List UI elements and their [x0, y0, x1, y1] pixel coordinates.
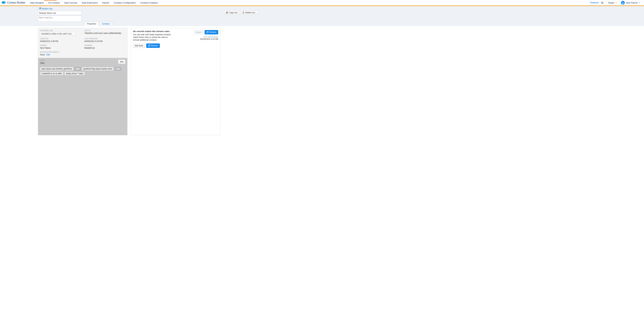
account-name: Radar	[608, 2, 614, 4]
active-tab-accent	[44, 0, 57, 1]
user-name: Nick Patrick	[626, 2, 638, 4]
external-key-label: EXTERNAL KEY	[40, 30, 81, 32]
topbar-right: Feedback 🦝 Radar ▼ Nick Patrick ▼	[590, 0, 644, 5]
salesforce-cloud-icon	[1, 1, 6, 4]
chevron-left-icon: ‹	[38, 8, 38, 10]
svg-rect-2	[39, 8, 41, 9]
svg-rect-1	[39, 8, 41, 8]
filter-type-value: Filter	[40, 62, 44, 64]
refresh-label: Refresh	[209, 31, 216, 34]
delete-list-button[interactable]: Delete List...	[240, 11, 258, 15]
created-value: 04/05/2023 2:49 PM	[40, 40, 81, 43]
copy-list-button[interactable]: Copy List	[224, 11, 239, 15]
edit-rule-button[interactable]: Edit Rule	[133, 44, 145, 48]
filter-type-block: TYPE Filter	[40, 60, 44, 64]
prop-notification-emails: NOTIFICATION EMAILS None Edit	[40, 51, 81, 56]
list-id-label: LIST ID	[84, 30, 125, 32]
detail-tab-strip: Properties Contacts	[84, 22, 296, 26]
content-row: EXTERNAL KEY 93A69ED1-55E8-474D-A9D7-613…	[38, 28, 606, 135]
prop-created: CREATED 04/05/2023 2:49 PM	[40, 38, 81, 43]
svg-rect-3	[39, 9, 41, 9]
svg-rect-8	[243, 12, 244, 12]
list-description-input[interactable]	[38, 16, 82, 22]
records-empty-message: No records match the chosen rules. You c…	[133, 30, 173, 42]
svg-rect-6	[243, 12, 244, 14]
owner-value: Nick Patrick	[40, 47, 81, 49]
filter-section: TYPE Filter Edit type equal user.entered…	[38, 58, 127, 135]
delete-list-label: Delete List...	[245, 12, 256, 14]
app-logo-section[interactable]: Contact Builder	[0, 0, 28, 5]
user-avatar-icon	[621, 1, 625, 5]
filter-condition-pill[interactable]: geofenceTag equal nearby-store	[82, 67, 114, 71]
filter-edit-button[interactable]: Edit	[118, 60, 125, 64]
refresh-button-inline[interactable]: Refresh	[146, 44, 160, 48]
filter-condition-pill[interactable]: today minus 7 days	[64, 72, 85, 75]
tab-contacts[interactable]: Contacts	[100, 22, 112, 26]
user-menu[interactable]: Nick Patrick ▼	[619, 0, 642, 5]
filter-type-label: TYPE	[40, 60, 44, 62]
breadcrumb-label: Mobile Lists	[42, 8, 52, 10]
created-label: CREATED	[40, 38, 81, 40]
page-subheader: ‹ Mobile Lists Copy List Delete List...	[0, 6, 644, 26]
filter-operator-pill: AND	[115, 67, 121, 71]
records-inline-actions: Edit Rule Refresh	[133, 44, 218, 48]
list-name-input[interactable]	[38, 11, 82, 15]
channel-label: CHANNEL	[84, 45, 125, 46]
svg-rect-4	[226, 12, 228, 14]
records-empty-title: No records match the chosen rules.	[133, 30, 173, 33]
refresh-button-top[interactable]: Refresh	[204, 30, 218, 35]
nav-tabs: Data Designer All Contacts Data Sources …	[28, 0, 160, 5]
nav-tab-data-extensions[interactable]: Data Extensions	[80, 0, 100, 5]
last-modified-value: 04/05/2023 4:20 PM	[84, 40, 125, 43]
chevron-down-icon: ▼	[615, 2, 617, 4]
filter-condition-pill[interactable]: createdAt is on or after	[40, 72, 64, 75]
records-empty-body: You can wait until newly imported contac…	[133, 33, 173, 42]
notification-emails-label: NOTIFICATION EMAILS	[40, 51, 81, 53]
list-id-value: 794ef281-e2d3-ed11-ba41-d4f5ef3de46d	[84, 32, 125, 35]
svg-rect-5	[227, 12, 228, 13]
svg-point-0	[622, 2, 623, 3]
nav-tab-contacts-configuration[interactable]: Contacts Configuration	[112, 0, 138, 5]
prop-owner: OWNER Nick Patrick	[40, 45, 81, 49]
last-refreshed-label: LAST REFRESHED	[194, 36, 218, 38]
owner-label: OWNER	[40, 45, 81, 46]
tab-properties[interactable]: Properties	[84, 22, 99, 26]
prop-channel: CHANNEL MobilePush	[84, 45, 125, 49]
breadcrumb-mobile-lists[interactable]: ‹ Mobile Lists	[38, 8, 296, 10]
notification-emails-edit-link[interactable]: Edit	[46, 54, 50, 56]
prop-last-modified: LAST MODIFIED 04/05/2023 4:20 PM	[84, 38, 125, 43]
external-key-value[interactable]: 93A69ED1-55E8-474D-A9D7-6134426F…	[40, 32, 75, 36]
copy-icon	[226, 12, 228, 14]
filter-operator-pill: AND	[74, 67, 81, 71]
last-modified-label: LAST MODIFIED	[84, 38, 125, 40]
properties-panel: EXTERNAL KEY 93A69ED1-55E8-474D-A9D7-613…	[38, 28, 128, 135]
app-title: Contact Builder	[7, 1, 25, 4]
refresh-icon	[148, 45, 150, 47]
feedback-link[interactable]: Feedback	[590, 2, 599, 4]
refresh-label: Refresh	[151, 45, 158, 47]
header-actions: Copy List Delete List...	[224, 11, 258, 15]
nav-tab-all-contacts[interactable]: All Contacts	[46, 0, 62, 5]
list-icon	[39, 8, 41, 10]
notification-emails-value: None Edit	[40, 54, 81, 56]
nav-tab-data-sources[interactable]: Data Sources	[62, 0, 80, 5]
records-panel: No records match the chosen rules. You c…	[131, 28, 220, 135]
account-switcher[interactable]: Radar ▼	[606, 0, 619, 5]
nav-tab-data-designer[interactable]: Data Designer	[28, 0, 46, 5]
astro-mascot-icon[interactable]: 🦝	[600, 1, 604, 5]
prop-external-key: EXTERNAL KEY 93A69ED1-55E8-474D-A9D7-613…	[40, 30, 81, 36]
filter-condition-pill[interactable]: type equal user.entered_geofence	[40, 67, 74, 71]
notification-emails-text: None	[40, 54, 45, 56]
trash-icon	[242, 12, 244, 14]
filter-conditions: type equal user.entered_geofence AND geo…	[40, 67, 125, 75]
nav-tab-imports[interactable]: Imports	[100, 0, 111, 5]
chevron-down-icon: ▼	[639, 2, 640, 4]
top-navbar: Contact Builder Data Designer All Contac…	[0, 0, 644, 6]
prop-list-id: LIST ID 794ef281-e2d3-ed11-ba41-d4f5ef3d…	[84, 30, 125, 36]
records-top-actions: Export Refresh LAST REFRESHED 04/10/2023…	[194, 30, 218, 40]
last-refreshed-value: 04/10/2023 4:23 AM	[194, 38, 218, 40]
refresh-icon	[206, 31, 208, 33]
copy-list-label: Copy List	[229, 12, 237, 14]
properties-grid: EXTERNAL KEY 93A69ED1-55E8-474D-A9D7-613…	[38, 28, 127, 58]
nav-tab-contacts-analytics[interactable]: Contacts Analytics	[138, 0, 160, 5]
